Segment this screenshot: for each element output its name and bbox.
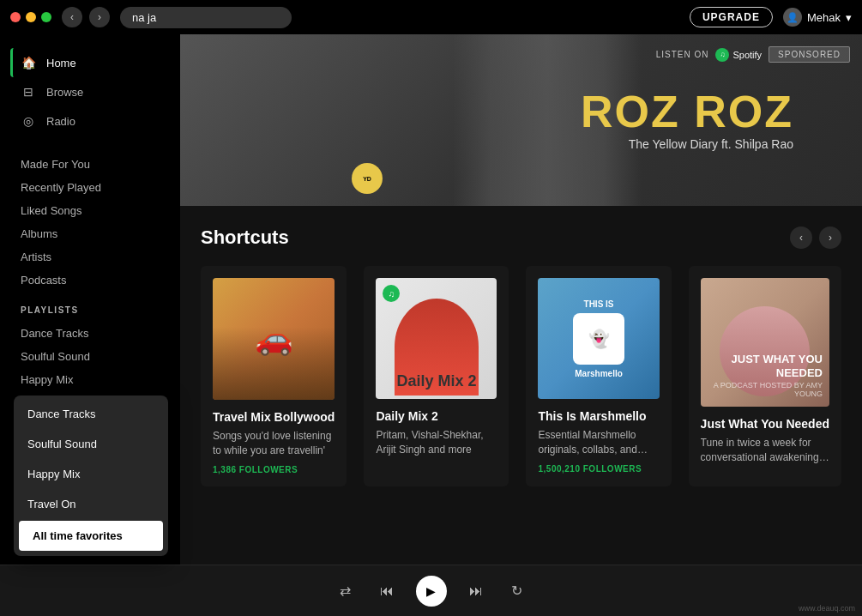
sidebar-item-label: Browse	[46, 86, 83, 99]
shortcuts-prev-button[interactable]: ‹	[790, 226, 812, 249]
sidebar-playlist-dance-tracks[interactable]: Dance Tracks	[0, 322, 180, 345]
card-followers: 1,500,210 FOLLOWERS	[538, 464, 659, 474]
sponsored-badge: SPONSORED	[769, 46, 850, 63]
back-button[interactable]: ‹	[62, 7, 82, 27]
spotify-label: Spotify	[732, 50, 762, 60]
card-desc: Essential Marshmello originals, collabs,…	[538, 428, 659, 457]
shortcuts-next-button[interactable]: ›	[819, 226, 841, 249]
card-daily-mix-2[interactable]: ♫ Daily Mix 2 Daily Mix 2 Pritam, Vishal…	[364, 266, 509, 486]
context-menu: Dance Tracks Soulful Sound Happy Mix Tra…	[14, 396, 168, 556]
user-avatar: 👤	[783, 8, 802, 27]
car-icon: 🚗	[255, 321, 293, 357]
card-desc: Songs you'd love listening to while you …	[213, 429, 335, 458]
sidebar-item-radio[interactable]: ◎ Radio	[10, 106, 170, 136]
marshmello-name-text: Marshmello	[575, 368, 623, 379]
marshmello-head-icon: 👻	[573, 313, 624, 365]
context-item-dance-tracks[interactable]: Dance Tracks	[14, 399, 168, 429]
sidebar-item-podcasts[interactable]: Podcasts	[0, 269, 180, 292]
shortcuts-title: Shortcuts	[201, 226, 289, 249]
shuffle-button[interactable]: ⇄	[334, 579, 358, 603]
sidebar-item-home[interactable]: 🏠 Home	[10, 48, 170, 77]
card-travel-mix-bollywood[interactable]: 🚗 Travel Mix Bollywood Songs you'd love …	[201, 266, 347, 486]
card-desc: Tune in twice a week for conversational …	[701, 436, 829, 465]
card-title: This Is Marshmello	[538, 409, 659, 423]
home-icon: 🏠	[21, 55, 36, 70]
sidebar-item-recently-played[interactable]: Recently Played	[0, 176, 180, 199]
context-item-all-time-favorites[interactable]: All time favorites	[19, 521, 163, 551]
context-item-travel-on[interactable]: Travel On	[14, 489, 168, 519]
card-title: Daily Mix 2	[376, 409, 497, 423]
sidebar-item-made-for-you[interactable]: Made For You	[0, 153, 180, 176]
sidebar-item-artists[interactable]: Artists	[0, 245, 180, 269]
play-button[interactable]: ▶	[416, 576, 447, 607]
card-desc: Pritam, Vishal-Shekhar, Arijit Singh and…	[376, 428, 497, 457]
hero-subtitle: The Yellow Diary ft. Shilpa Rao	[581, 137, 793, 151]
podcast-text-overlay: JUST WHAT YOU NEEDED A PODCAST HOSTED BY…	[708, 353, 823, 398]
sidebar-playlist-soulful-sound[interactable]: Soulful Sound	[0, 345, 180, 368]
watermark: www.deauq.com	[799, 604, 855, 613]
next-button[interactable]: ⏭	[464, 579, 488, 603]
radio-icon: ◎	[21, 113, 36, 129]
card-this-is-marshmello[interactable]: THIS IS 👻 Marshmello This Is Marshmello …	[526, 266, 671, 486]
spotify-dot-icon: ♫	[383, 285, 400, 302]
main-content: LISTEN ON ♫ Spotify SPONSORED ROZ ROZ Th…	[180, 34, 862, 565]
repeat-button[interactable]: ↻	[505, 579, 529, 603]
hero-title: ROZ ROZ	[581, 89, 793, 134]
sidebar-item-label: Radio	[46, 115, 75, 128]
spotify-logo-icon: ♫	[715, 48, 729, 62]
shortcuts-nav: ‹ ›	[790, 226, 841, 249]
hero-banner[interactable]: LISTEN ON ♫ Spotify SPONSORED ROZ ROZ Th…	[180, 34, 862, 206]
yellow-diary-logo: YD	[352, 163, 383, 194]
shortcuts-header: Shortcuts ‹ ›	[201, 226, 841, 249]
cards-grid: 🚗 Travel Mix Bollywood Songs you'd love …	[201, 266, 841, 486]
card-just-what-you-needed[interactable]: JUST WHAT YOU NEEDED A PODCAST HOSTED BY…	[689, 266, 841, 486]
shortcuts-section: Shortcuts ‹ › 🚗 Travel Mix Bollywood Son…	[180, 206, 862, 500]
card-followers: 1,386 FOLLOWERS	[213, 465, 335, 474]
browse-icon: ⊟	[21, 84, 36, 100]
card-image-travel-mix: 🚗	[213, 278, 335, 400]
user-menu[interactable]: 👤 Mehak ▾	[783, 8, 852, 27]
hero-overlay-text: ROZ ROZ The Yellow Diary ft. Shilpa Rao	[581, 89, 793, 151]
sidebar-item-browse[interactable]: ⊟ Browse	[10, 77, 170, 106]
search-input[interactable]	[120, 7, 292, 28]
nav-arrows: ‹ ›	[62, 7, 110, 27]
context-item-happy-mix[interactable]: Happy Mix	[14, 459, 168, 489]
player-bar: ⇄ ⏮ ▶ ⏭ ↻	[0, 565, 862, 616]
user-name: Mehak	[807, 11, 841, 24]
title-bar-right: UPGRADE 👤 Mehak ▾	[690, 7, 852, 27]
card-image-daily-mix: ♫ Daily Mix 2	[376, 278, 497, 399]
listen-on-text: LISTEN ON	[656, 50, 709, 59]
close-window-button[interactable]	[10, 12, 21, 22]
previous-button[interactable]: ⏮	[375, 579, 399, 603]
podcast-small-text: A PODCAST HOSTED BY AMY YOUNG	[708, 381, 823, 398]
chevron-down-icon: ▾	[846, 11, 852, 24]
context-item-soulful-sound[interactable]: Soulful Sound	[14, 429, 168, 459]
title-bar: ‹ › UPGRADE 👤 Mehak ▾	[0, 0, 862, 34]
sidebar-nav: 🏠 Home ⊟ Browse ◎ Radio	[0, 48, 180, 136]
hero-top-right: LISTEN ON ♫ Spotify SPONSORED	[656, 46, 850, 63]
podcast-big-text: JUST WHAT YOU NEEDED	[708, 353, 823, 379]
marshmello-this-is-text: THIS IS	[584, 299, 614, 310]
sidebar-item-label: Home	[46, 57, 76, 69]
sidebar-playlist-happy-mix[interactable]: Happy Mix	[0, 368, 180, 391]
card-title: Travel Mix Bollywood	[213, 410, 335, 424]
window-controls	[10, 12, 51, 22]
daily-mix-overlay-text: Daily Mix 2	[376, 372, 497, 390]
card-image-marshmello: THIS IS 👻 Marshmello	[538, 278, 659, 399]
forward-button[interactable]: ›	[89, 7, 110, 27]
card-title: Just What You Needed	[701, 417, 829, 431]
maximize-window-button[interactable]	[41, 12, 51, 22]
spotify-badge: ♫ Spotify	[715, 48, 762, 62]
card-image-podcast: JUST WHAT YOU NEEDED A PODCAST HOSTED BY…	[701, 278, 829, 407]
sidebar-item-liked-songs[interactable]: Liked Songs	[0, 199, 180, 222]
sidebar-item-albums[interactable]: Albums	[0, 222, 180, 245]
upgrade-button[interactable]: UPGRADE	[690, 7, 773, 27]
minimize-window-button[interactable]	[26, 12, 36, 22]
playlists-section-title: PLAYLISTS	[0, 299, 180, 322]
